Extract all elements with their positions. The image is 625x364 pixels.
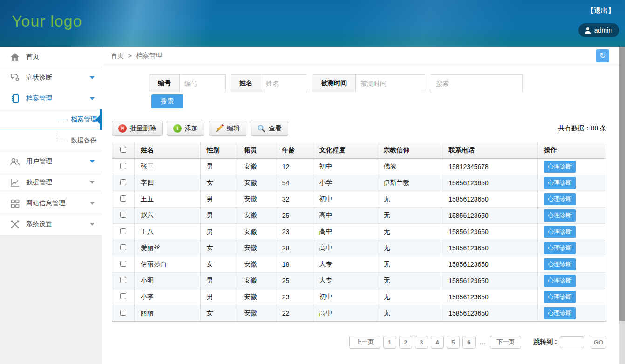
sidebar-item-home[interactable]: 首页 xyxy=(0,47,102,67)
sidebar-item-system-settings[interactable]: 系统设置 xyxy=(0,214,102,235)
keyword-search-input[interactable] xyxy=(430,74,523,92)
name-field-label: 姓名 xyxy=(231,75,261,92)
number-field[interactable] xyxy=(180,75,225,92)
row-checkbox[interactable] xyxy=(120,310,126,316)
grid-icon xyxy=(9,199,20,208)
page-button-4[interactable]: 4 xyxy=(431,336,444,349)
table-row: 王五男安徽32初中无15856123650心理诊断 xyxy=(112,191,606,208)
chart-icon xyxy=(9,178,20,187)
cell-phone: 15856123650 xyxy=(442,224,538,240)
sidebar-subitem-data-backup[interactable]: 数据备份 xyxy=(0,130,102,151)
page-button-2[interactable]: 2 xyxy=(399,336,412,349)
page-button-5[interactable]: 5 xyxy=(447,336,460,349)
row-checkbox[interactable] xyxy=(120,244,126,250)
cell-action: 心理诊断 xyxy=(538,289,606,305)
row-checkbox-cell xyxy=(112,224,135,240)
row-checkbox[interactable] xyxy=(120,195,126,202)
column-header-age: 年龄 xyxy=(276,142,313,159)
column-header-name: 姓名 xyxy=(134,142,200,159)
user-badge[interactable]: admin xyxy=(578,23,619,37)
edit-button[interactable]: 编辑 xyxy=(209,121,246,136)
cell-education: 初中 xyxy=(313,191,377,208)
logout-link[interactable]: 【退出】 xyxy=(587,7,615,15)
scrollbar-thumb[interactable] xyxy=(619,47,625,321)
page-button-6[interactable]: 6 xyxy=(462,336,476,349)
breadcrumb-separator: > xyxy=(128,52,132,60)
cell-gender: 男 xyxy=(200,191,238,208)
row-checkbox[interactable] xyxy=(120,277,126,283)
cell-action: 心理诊断 xyxy=(538,305,606,322)
search-button[interactable]: 搜索 xyxy=(151,94,183,108)
home-icon xyxy=(9,53,20,61)
diagnosis-button[interactable]: 心理诊断 xyxy=(544,209,576,222)
tree-dash xyxy=(56,120,68,120)
sidebar-subitem-label: 档案管理 xyxy=(71,115,97,124)
breadcrumb-current: 档案管理 xyxy=(136,52,162,60)
sidebar-item-site-info-management[interactable]: 网站信息管理 xyxy=(0,193,102,214)
sidebar-subitem-label: 数据备份 xyxy=(71,136,97,145)
row-checkbox-cell xyxy=(112,289,135,305)
row-checkbox[interactable] xyxy=(120,228,126,234)
page-button-3[interactable]: 3 xyxy=(415,336,428,349)
row-checkbox[interactable] xyxy=(120,163,126,169)
cell-education: 大专 xyxy=(313,273,377,289)
sidebar-item-label: 数据管理 xyxy=(26,178,90,187)
table-header-row: 姓名性别籍贯年龄文化程度宗教信仰联系电话操作 xyxy=(112,142,606,159)
diagnosis-button[interactable]: 心理诊断 xyxy=(544,161,576,173)
diagnosis-button[interactable]: 心理诊断 xyxy=(544,193,576,205)
name-field[interactable] xyxy=(261,75,307,92)
row-checkbox[interactable] xyxy=(120,212,126,218)
go-button[interactable]: GO xyxy=(591,336,606,349)
test-time-field-label: 被测时间 xyxy=(312,75,356,92)
add-button[interactable]: + 添加 xyxy=(167,121,204,136)
sidebar-subitem-archive-management[interactable]: 档案管理 xyxy=(0,109,102,130)
prev-page-button[interactable]: 上一页 xyxy=(349,336,380,349)
diagnosis-button[interactable]: 心理诊断 xyxy=(544,242,576,254)
total-count-text: 共有数据：88 条 xyxy=(558,124,606,133)
cell-phone: 15812345678 xyxy=(442,159,538,175)
cell-name: 王八 xyxy=(134,224,200,240)
sidebar-item-label: 症状诊断 xyxy=(26,74,90,82)
row-checkbox[interactable] xyxy=(120,293,126,299)
sidebar-item-data-management[interactable]: 数据管理 xyxy=(0,172,102,193)
row-checkbox[interactable] xyxy=(120,179,126,185)
select-all-checkbox[interactable] xyxy=(120,147,126,153)
jump-to-label: 跳转到 : xyxy=(533,338,557,346)
cell-name: 王五 xyxy=(134,191,200,208)
test-time-field[interactable] xyxy=(356,75,425,92)
sidebar-item-symptom-diagnosis[interactable]: 症状诊断 xyxy=(0,67,102,88)
cell-religion: 无 xyxy=(377,305,442,322)
batch-delete-button[interactable]: × 批量删除 xyxy=(112,121,163,136)
next-page-button[interactable]: 下一页 xyxy=(490,336,521,349)
diagnosis-button[interactable]: 心理诊断 xyxy=(544,177,576,189)
pencil-icon xyxy=(215,124,224,133)
pagination-ellipsis: ... xyxy=(480,338,486,346)
diagnosis-button[interactable]: 心理诊断 xyxy=(544,291,576,303)
breadcrumb: 首页 > 档案管理 xyxy=(102,47,625,65)
column-header-origin: 籍贯 xyxy=(238,142,276,159)
diagnosis-button[interactable]: 心理诊断 xyxy=(544,307,576,319)
scrollbar-track[interactable] xyxy=(619,47,625,364)
page-button-1[interactable]: 1 xyxy=(383,336,396,349)
diagnosis-button[interactable]: 心理诊断 xyxy=(544,258,576,270)
row-checkbox[interactable] xyxy=(120,261,126,267)
chevron-down-icon xyxy=(90,202,95,205)
cell-gender: 女 xyxy=(200,305,238,322)
refresh-button[interactable]: ↻ xyxy=(596,49,609,62)
sidebar-item-archive-management[interactable]: 档案管理 xyxy=(0,88,102,109)
breadcrumb-home[interactable]: 首页 xyxy=(111,52,124,60)
cell-origin: 安徽 xyxy=(238,208,276,224)
view-button[interactable]: 查看 xyxy=(251,121,288,136)
row-checkbox-cell xyxy=(112,175,135,191)
diagnosis-button[interactable]: 心理诊断 xyxy=(544,275,576,287)
cell-phone: 15856123650 xyxy=(442,256,538,273)
pagination: 上一页 123456 ... 下一页 跳转到 : GO xyxy=(112,336,606,349)
sidebar-item-label: 系统设置 xyxy=(26,220,90,229)
jump-to-input[interactable] xyxy=(560,336,584,348)
cell-name: 伊丽莎白 xyxy=(134,256,200,273)
cell-origin: 安徽 xyxy=(238,256,276,273)
diagnosis-button[interactable]: 心理诊断 xyxy=(544,226,576,238)
cell-education: 小学 xyxy=(313,175,377,191)
sidebar-item-user-management[interactable]: 用户管理 xyxy=(0,151,102,172)
cell-action: 心理诊断 xyxy=(538,256,606,273)
